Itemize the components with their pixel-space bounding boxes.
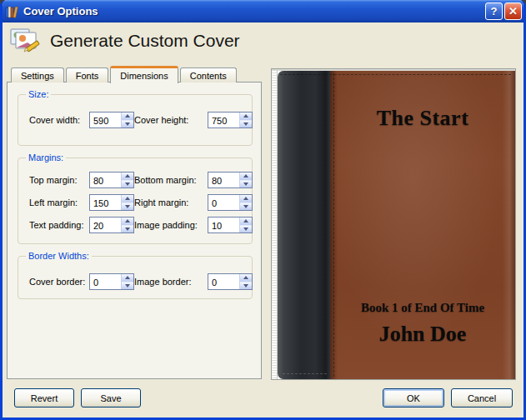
spin-up-button[interactable] [122,172,133,181]
cover-series-text: Book 1 of End Of Time [330,301,515,315]
spin-up-icon [243,276,248,279]
border-widths-row: Cover border: Image border: [29,273,252,290]
cover-width-input[interactable] [90,112,121,128]
left-margin-spinner [89,194,134,211]
spin-down-button[interactable] [122,226,133,233]
spin-up-icon [243,219,248,222]
spin-buttons [239,274,252,289]
border-widths-group: Border Widths: Cover border: Image borde… [18,256,253,299]
spin-up-button[interactable] [240,274,252,282]
spin-down-icon [125,182,130,186]
spin-buttons [121,218,133,232]
spin-up-button[interactable] [240,195,252,203]
image-padding-input[interactable] [208,218,239,232]
cover-photo: The Start Book 1 of End Of Time John Doe [272,69,515,379]
left-margin-input[interactable] [90,195,121,210]
ok-button[interactable]: OK [383,388,444,408]
spin-up-icon [125,114,130,118]
spin-buttons [239,112,252,128]
size-group-label: Size: [26,89,51,99]
cover-author-text: John Doe [330,322,515,347]
spin-buttons [121,172,133,188]
dialog-client-area: Generate Custom Cover Settings Fonts Dim… [3,22,523,418]
top-margin-input[interactable] [90,172,121,188]
cover-width-spinner [89,112,134,128]
book-pages-edge [272,71,278,379]
book-spine [278,71,330,379]
spin-down-button[interactable] [240,226,252,233]
spin-up-button[interactable] [240,112,252,121]
spin-down-icon [243,205,248,208]
spin-down-button[interactable] [240,282,252,290]
top-margin-spinner [89,172,134,188]
tab-bar: Settings Fonts Dimensions Contents [11,65,238,82]
spin-up-icon [243,174,248,178]
spin-buttons [239,172,252,188]
text-padding-spinner [89,217,134,233]
spin-down-button[interactable] [122,282,133,290]
spin-down-button[interactable] [122,121,133,128]
cover-border-label: Cover border: [29,277,89,287]
cover-height-input[interactable] [208,112,239,128]
spin-down-button[interactable] [240,203,252,211]
spin-up-icon [125,197,130,200]
image-padding-label: Image padding: [134,220,208,230]
cover-border-spinner [89,273,134,290]
image-border-label: Image border: [134,277,208,287]
bottom-margin-label: Bottom margin: [134,175,208,185]
margins-row-3: Text padding: Image padding: [29,217,252,233]
image-border-spinner [208,273,253,290]
titlebar[interactable]: Cover Options ? ✕ [0,0,526,22]
margins-group: Margins: Top margin: Bottom margin: [18,158,253,244]
spin-down-button[interactable] [240,121,252,128]
right-margin-label: Right margin: [134,198,208,208]
spin-up-icon [125,219,130,222]
tab-settings[interactable]: Settings [11,68,64,82]
margins-row-2: Left margin: Right margin: [29,194,252,211]
top-margin-label: Top margin: [29,175,89,185]
books-icon [5,5,20,18]
margins-group-label: Margins: [26,152,66,162]
close-button[interactable]: ✕ [504,2,522,20]
spin-up-button[interactable] [122,195,133,203]
spin-down-icon [243,284,248,288]
close-icon: ✕ [508,5,518,18]
spin-down-button[interactable] [122,203,133,211]
tab-contents[interactable]: Contents [180,68,237,82]
spin-down-button[interactable] [240,181,252,188]
spin-down-button[interactable] [122,181,133,188]
spin-up-icon [125,174,130,178]
dimensions-tab-page: Size: Cover width: Cover height: [7,82,262,379]
cover-border-input[interactable] [90,274,121,289]
revert-button[interactable]: Revert [14,388,74,408]
tab-dimensions[interactable]: Dimensions [110,66,178,83]
help-button[interactable]: ? [485,2,503,20]
spin-up-button[interactable] [122,274,133,282]
cover-title-text: The Start [330,106,515,131]
page-title: Generate Custom Cover [50,31,240,51]
cover-options-dialog: Cover Options ? ✕ Generate Custom Cover … [0,0,526,420]
tab-fonts[interactable]: Fonts [66,68,109,82]
spin-down-icon [125,205,130,208]
save-button[interactable]: Save [81,388,141,408]
text-padding-input[interactable] [90,218,121,232]
cancel-button[interactable]: Cancel [451,388,513,408]
cover-height-label: Cover height: [134,115,208,125]
text-padding-label: Text padding: [29,220,89,230]
spin-up-icon [125,276,130,279]
left-margin-label: Left margin: [29,198,89,208]
spin-up-button[interactable] [240,172,252,181]
spin-buttons [239,218,252,232]
spin-up-button[interactable] [122,112,133,121]
image-padding-spinner [208,217,253,233]
spin-up-icon [243,197,248,200]
spin-up-button[interactable] [122,218,133,226]
spin-down-icon [125,228,130,231]
spin-up-button[interactable] [240,218,252,226]
image-border-input[interactable] [208,274,239,289]
right-margin-input[interactable] [208,195,239,210]
spin-buttons [239,195,252,210]
bottom-margin-input[interactable] [208,172,239,188]
spin-buttons [121,195,133,210]
size-row: Cover width: Cover height: [29,112,252,128]
